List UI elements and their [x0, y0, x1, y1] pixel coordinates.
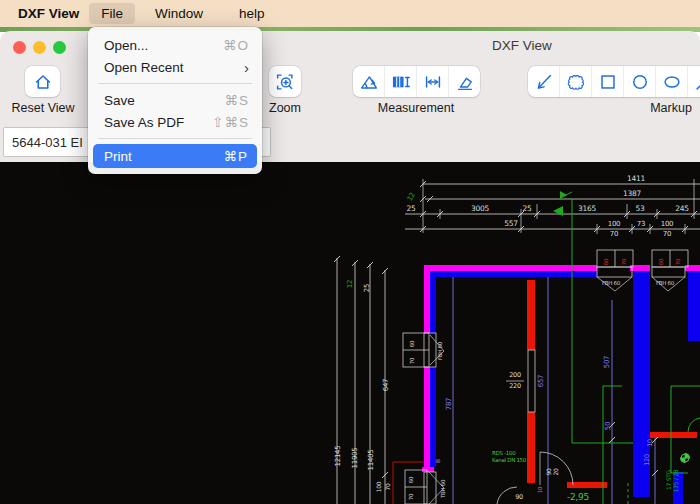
- cad-label: 60: [408, 476, 414, 483]
- ellipse-markup-button[interactable]: [656, 66, 688, 97]
- wall-segment: [685, 265, 700, 271]
- wall-segment: [527, 280, 535, 350]
- cad-label: 200: [509, 371, 521, 379]
- cad-label: 25: [523, 204, 532, 213]
- cad-label: 12145: [334, 446, 342, 467]
- wall-segment: [424, 265, 597, 271]
- wall-segment: [430, 277, 436, 333]
- zoom-button[interactable]: [269, 66, 301, 97]
- cad-label: 20: [552, 468, 559, 476]
- wall-segment: [633, 271, 650, 277]
- menu-item-open[interactable]: Open... ⌘O: [88, 34, 262, 56]
- markup-toolbar-group: [528, 66, 700, 97]
- wall-segment: [424, 271, 430, 333]
- cad-label: 220: [509, 382, 521, 390]
- cad-label: 60: [409, 340, 415, 347]
- menubar-item-help[interactable]: help: [227, 3, 277, 24]
- cad-label: 12: [346, 280, 354, 288]
- reset-view-label: Reset View: [8, 101, 78, 115]
- cad-label: 11905: [351, 448, 359, 469]
- menu-item-open-label: Open...: [104, 38, 148, 53]
- cad-label: 557: [504, 219, 518, 228]
- menu-item-print-label: Print: [104, 149, 132, 164]
- circle-markup-button[interactable]: [624, 66, 656, 97]
- line-markup-icon: [693, 71, 700, 93]
- area-measure-button[interactable]: [385, 66, 417, 97]
- cad-label: 60: [603, 258, 609, 265]
- minimize-button[interactable]: [33, 41, 46, 54]
- menubar-item-file[interactable]: File: [89, 3, 135, 24]
- drawing-canvas-container: 1411138725300525316553245557100707310070…: [0, 162, 700, 504]
- menu-separator: [98, 138, 252, 139]
- menubar-app-name[interactable]: DXF View: [18, 6, 79, 21]
- cad-label: 53: [636, 204, 645, 213]
- menu-item-save-as-pdf[interactable]: Save As PDF ⇧⌘S: [88, 111, 262, 133]
- screen: DXF View File Window help DXF View Reset…: [0, 0, 700, 504]
- menu-item-print-shortcut: ⌘P: [223, 148, 248, 164]
- arrow-markup-button[interactable]: [528, 66, 560, 97]
- cad-label: FBH 60: [437, 341, 443, 360]
- menu-item-save[interactable]: Save ⌘S: [88, 89, 262, 111]
- cad-label: 70: [409, 357, 415, 364]
- wall-segment: [430, 367, 436, 467]
- angle-measure-button[interactable]: [353, 66, 385, 97]
- cad-label: TBH 60: [440, 479, 446, 499]
- distance-measure-icon: [422, 71, 444, 93]
- cad-label: RDS -100: [492, 450, 516, 456]
- cloud-markup-button[interactable]: [560, 66, 592, 97]
- area-measure-icon: [390, 71, 412, 93]
- menubar-item-window[interactable]: Window: [143, 3, 215, 24]
- zoom-selection-icon: [274, 71, 296, 93]
- menubar: DXF View File Window help: [0, 0, 700, 27]
- markup-label: Markup: [645, 101, 697, 115]
- cad-label: 70: [621, 258, 627, 265]
- window-title: DXF View: [492, 38, 552, 53]
- erase-measure-button[interactable]: [449, 66, 480, 97]
- menu-item-save-as-pdf-label: Save As PDF: [104, 115, 184, 130]
- cad-label: 70: [675, 258, 681, 265]
- menu-separator: [98, 83, 252, 84]
- cad-label: 657: [537, 375, 545, 387]
- cad-label: 120: [643, 454, 651, 466]
- distance-measure-button[interactable]: [417, 66, 449, 97]
- line-markup-button[interactable]: [688, 66, 700, 97]
- cad-label: FBH 60: [656, 280, 675, 286]
- measurement-toolbar-group: [353, 66, 480, 97]
- cad-label: B: [434, 459, 441, 463]
- cad-label: 25: [363, 284, 371, 292]
- dxf-canvas[interactable]: 1411138725300525316553245557100707310070…: [0, 162, 700, 504]
- cad-label: 245: [675, 204, 689, 213]
- rectangle-markup-button[interactable]: [592, 66, 624, 97]
- cad-label: 507: [603, 356, 611, 368]
- cad-label: 70: [663, 230, 671, 238]
- circle-markup-icon: [629, 71, 651, 93]
- submenu-chevron-icon: ›: [244, 60, 249, 75]
- menu-item-save-shortcut: ⌘S: [224, 92, 249, 108]
- close-button[interactable]: [13, 41, 26, 54]
- cad-label: 787: [445, 398, 453, 410]
- cad-label: 90: [515, 493, 523, 501]
- cad-label: 11405: [367, 450, 375, 471]
- cad-label: 647: [382, 379, 390, 391]
- cad-label: 70: [610, 230, 618, 238]
- home-icon: [32, 71, 54, 93]
- wall-segment: [650, 432, 697, 438]
- cad-label: 17 STG: [665, 469, 672, 490]
- cad-label: 1411: [627, 174, 645, 183]
- zoom-label: Zoom: [267, 101, 303, 115]
- canvas-background: [0, 162, 700, 504]
- cad-label: 10: [646, 439, 654, 447]
- cad-label: FBH 60: [602, 280, 621, 286]
- fullscreen-button[interactable]: [53, 41, 66, 54]
- reset-view-button[interactable]: [25, 66, 60, 97]
- measurement-label: Measurement: [371, 101, 461, 115]
- menu-item-print[interactable]: Print ⌘P: [93, 144, 257, 168]
- menu-item-save-label: Save: [104, 93, 135, 108]
- cad-label: 1387: [623, 189, 641, 198]
- ellipse-markup-icon: [661, 71, 683, 93]
- cad-label: 3165: [578, 204, 596, 213]
- file-menu-dropdown: Open... ⌘O Open Recent › Save ⌘S Save As…: [88, 27, 262, 174]
- cad-label: 10: [537, 486, 543, 493]
- rectangle-markup-icon: [597, 71, 619, 93]
- menu-item-open-recent[interactable]: Open Recent ›: [88, 56, 262, 78]
